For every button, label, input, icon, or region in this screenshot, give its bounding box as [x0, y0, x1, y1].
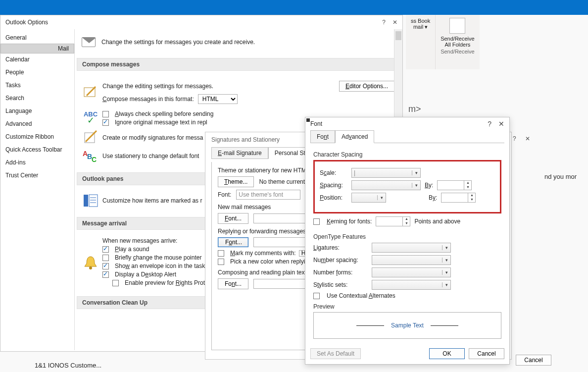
plain-font-button[interactable]: Font...: [218, 278, 248, 289]
scale-select[interactable]: |▾: [351, 168, 421, 178]
set-default-button[interactable]: Set As Default: [310, 348, 361, 359]
preview-title: Preview: [313, 303, 501, 310]
pick-color-label: Pick a new color when replying: [230, 258, 312, 265]
contextual-label: Use Contextual Alternates: [327, 292, 395, 299]
points-label: Points and above: [414, 218, 460, 225]
mail-icon: [82, 37, 96, 47]
pick-color-checkbox[interactable]: [218, 259, 224, 265]
sidebar-item-language[interactable]: Language: [0, 105, 74, 117]
always-spell-label: Always check spelling before sending: [115, 110, 213, 117]
compose-format-select[interactable]: HTML: [198, 94, 238, 104]
compose-icon: [83, 85, 98, 101]
sidebar-item-customize-ribbon[interactable]: Customize Ribbon: [0, 130, 74, 143]
sidebar-item-search[interactable]: Search: [0, 92, 74, 105]
sidebar-item-addins[interactable]: Add-ins: [0, 156, 74, 169]
sidebar-item-people[interactable]: People: [0, 66, 74, 79]
character-spacing-box: Scale: |▾ Spacing: ▾ By: ▲▼ Position: ▾ …: [313, 160, 501, 213]
address-book-button-partial[interactable]: ss Book mail ▾: [406, 15, 436, 69]
always-spell-checkbox[interactable]: [102, 111, 109, 117]
tab-email-signature[interactable]: E-mail Signature: [211, 147, 268, 159]
sidebar-item-trust-center[interactable]: Trust Center: [0, 169, 74, 182]
sidebar-item-general[interactable]: General: [0, 31, 74, 44]
editing-settings-label: Change the editing settings for messages…: [102, 83, 213, 90]
kerning-checkbox[interactable]: [313, 218, 320, 225]
contextual-checkbox[interactable]: [313, 293, 320, 299]
close-icon[interactable]: ✕: [525, 135, 530, 142]
ribbon-top-band: [0, 0, 588, 15]
cancel-button[interactable]: Cancel: [469, 348, 504, 359]
font-tab-font[interactable]: Font: [310, 130, 335, 143]
behind-help-area: ? ✕: [513, 132, 552, 146]
mark-comments-checkbox[interactable]: [218, 250, 224, 257]
help-button[interactable]: ?: [382, 16, 386, 28]
sidebar-item-advanced[interactable]: Advanced: [0, 117, 74, 130]
spacing-select[interactable]: ▾: [351, 180, 421, 190]
position-select[interactable]: ▾: [351, 193, 386, 203]
dialog-titlebar: Outlook Options ? ✕: [0, 15, 402, 29]
preview-box: Sample Text: [313, 312, 501, 339]
ignore-original-label: Ignore original message text in repl: [115, 119, 207, 126]
ligatures-select[interactable]: ▾: [372, 243, 451, 253]
play-sound-label: Play a sound: [115, 246, 149, 253]
spacing-label: Spacing:: [320, 182, 347, 189]
outer-cancel-button[interactable]: Cancel: [516, 355, 551, 366]
position-by-spinner[interactable]: ▲▼: [441, 193, 476, 203]
stylistic-select[interactable]: ▾: [372, 280, 451, 290]
sidebar-item-calendar[interactable]: Calendar: [0, 53, 74, 66]
editor-options-button[interactable]: EEditor Options...ditor Options...: [339, 81, 394, 92]
no-theme-label: No theme currentl: [259, 178, 306, 185]
font-tab-advanced[interactable]: Advanced: [335, 130, 374, 143]
sidebar-item-mail[interactable]: Mail: [0, 44, 74, 53]
envelope-checkbox[interactable]: [102, 263, 109, 269]
preview-sample: Sample Text: [391, 322, 424, 329]
opentype-title: OpenType Features: [313, 233, 501, 240]
preview-line-left: [356, 325, 384, 326]
play-sound-checkbox[interactable]: [102, 246, 109, 253]
new-mail-font-button[interactable]: Font...: [218, 213, 248, 224]
theme-button[interactable]: Theme...: [218, 176, 254, 187]
close-button[interactable]: ✕: [392, 16, 397, 28]
address-book-line2: mail ▾: [413, 24, 428, 30]
spellcheck-icon: ABC✓: [83, 110, 98, 126]
svg-text:C: C: [92, 156, 97, 163]
kerning-spinner[interactable]: ▲▼: [376, 216, 410, 226]
ok-button[interactable]: OK: [429, 348, 465, 359]
preview-line-right: [431, 325, 458, 326]
change-pointer-checkbox[interactable]: [102, 255, 109, 261]
sidebar-item-qat[interactable]: Quick Access Toolbar: [0, 143, 74, 156]
send-receive-button[interactable]: Send/Receive All Folders Send/Receive: [436, 15, 480, 69]
stylistic-label: Stylistic sets:: [313, 281, 368, 288]
font-dialog: Font ? ✕ Font Advanced Character Spacing…: [305, 117, 510, 365]
font-dialog-title: Font: [310, 120, 322, 127]
number-spacing-label: Number spacing:: [313, 257, 368, 264]
signature-intro-label: Create or modify signatures for messa: [102, 134, 203, 141]
intro-row: Change the settings for messages you cre…: [77, 29, 399, 55]
svg-rect-5: [84, 195, 88, 207]
send-receive-icon: [449, 18, 465, 34]
svg-point-10: [89, 266, 92, 269]
panes-icon: [83, 193, 98, 209]
background-address-fragment: m>: [408, 104, 421, 114]
font-help-button[interactable]: ?: [488, 120, 491, 128]
desktop-alert-checkbox[interactable]: [102, 271, 109, 278]
signature-icon: [83, 130, 98, 146]
ionos-list-item[interactable]: 1&1 IONOS Custome...: [35, 362, 101, 369]
font-close-button[interactable]: ✕: [498, 120, 504, 128]
font-select[interactable]: Use theme's font: [236, 190, 300, 200]
ignore-original-checkbox[interactable]: [102, 119, 109, 126]
behind-text-fragment: nd you mor: [544, 173, 577, 180]
stationery-label: Use stationery to change default font: [102, 153, 199, 159]
compose-format-label: Compose messages in this format:: [102, 96, 194, 103]
scroll-thumb[interactable]: [395, 31, 401, 40]
ribbon-background: ss Book mail ▾ Send/Receive All Folders …: [406, 15, 480, 69]
position-label: Position:: [320, 194, 347, 201]
number-spacing-select[interactable]: ▾: [372, 255, 451, 265]
reply-font-button[interactable]: Font...: [218, 237, 248, 247]
spacing-by-spinner[interactable]: ▲▼: [437, 180, 472, 190]
desktop-alert-label: Display a Desktop Alert: [115, 271, 176, 278]
rights-preview-checkbox[interactable]: [112, 280, 119, 286]
sidebar-item-tasks[interactable]: Tasks: [0, 79, 74, 92]
number-forms-select[interactable]: ▾: [372, 267, 451, 277]
change-pointer-label: Briefly change the mouse pointer: [115, 254, 201, 261]
help-icon[interactable]: ?: [513, 135, 516, 142]
